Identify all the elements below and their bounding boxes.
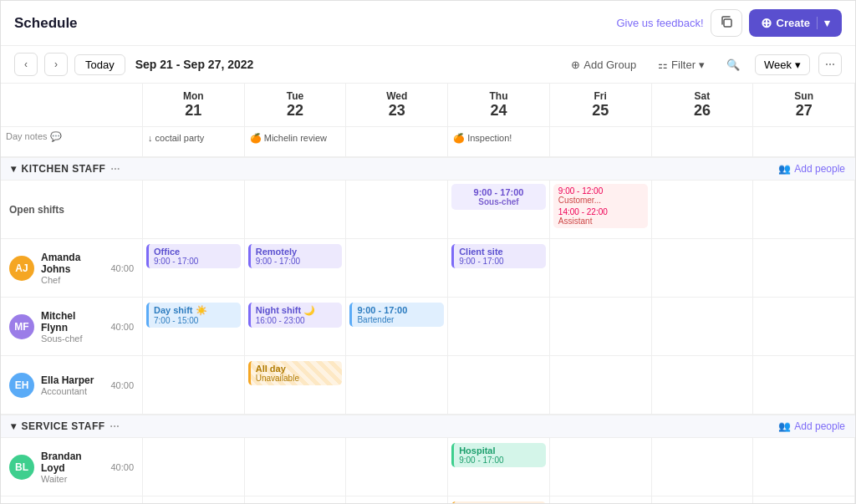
service-add-people[interactable]: 👥 Add people [778, 420, 845, 432]
person-mitchel-k: MF Mitchel Flynn Sous-chef 40:00 [1, 298, 143, 356]
brandan-shift-fri[interactable] [550, 438, 652, 496]
brandan-shift-mon[interactable] [143, 438, 245, 496]
kitchen-collapse-icon[interactable]: ▾ [11, 163, 17, 175]
person-ella-name: Ella Harper [41, 374, 104, 386]
amanda-shift-thu[interactable]: Client site 9:00 - 17:00 [448, 239, 550, 298]
mitchel-k-shift-mon[interactable]: Day shift ☀️ 7:00 - 15:00 [143, 298, 245, 356]
create-arrow[interactable]: ▾ [817, 17, 830, 29]
kitchen-staff-section: ▾ KITCHEN STAFF ··· 👥 Add people [1, 157, 855, 181]
header-sat-name: Sat [657, 90, 748, 102]
toolbar: ‹ › Today Sep 21 - Sep 27, 2022 ⊕ Add Gr… [1, 46, 855, 84]
day-note-thu[interactable]: 🍊 Inspection! [448, 127, 550, 157]
service-collapse-icon[interactable]: ▾ [11, 420, 17, 432]
service-add-people-icon: 👥 [778, 420, 791, 432]
service-staff-label: SERVICE STAFF [22, 420, 105, 432]
day-note-tue[interactable]: 🍊 Michelin review [245, 127, 347, 157]
header-thu-name: Thu [453, 90, 544, 102]
brandan-shift-thu[interactable]: Hospital 9:00 - 17:00 [448, 438, 550, 496]
amanda-shift-wed[interactable] [346, 239, 448, 298]
amanda-shift-sat[interactable] [652, 239, 754, 298]
filter-button[interactable]: ⚏ Filter ▾ [651, 55, 711, 74]
mitchel-k-shift-tue[interactable]: Night shift 🌙 16:00 - 23:00 [245, 298, 347, 356]
kitchen-add-people[interactable]: 👥 Add people [778, 163, 845, 175]
brandan-shift-wed[interactable] [346, 438, 448, 496]
person-brandan-details: Brandan Loyd Waiter [41, 451, 104, 484]
top-bar-left: Schedule [14, 15, 78, 32]
brandan-shift-sat[interactable] [652, 438, 754, 496]
mitchel-k-wed-shift[interactable]: 9:00 - 17:00 Bartender [349, 303, 444, 327]
brandan-hospital-shift[interactable]: Hospital 9:00 - 17:00 [451, 443, 546, 467]
andy-shift-thu[interactable]: Day shift 9:00 - 17:00 [448, 496, 550, 503]
ella-shift-wed[interactable] [346, 356, 448, 415]
more-options-button[interactable]: ⋯ [818, 53, 842, 76]
open-shifts-wed[interactable] [346, 181, 448, 239]
brandan-shift-sun[interactable] [753, 438, 855, 496]
open-shifts-mon[interactable] [143, 181, 245, 239]
mitchel-k-night-shift[interactable]: Night shift 🌙 16:00 - 23:00 [248, 303, 343, 328]
amanda-shift-fri[interactable] [550, 239, 652, 298]
andy-shift-sun[interactable] [753, 496, 855, 503]
feedback-link[interactable]: Give us feedback! [616, 17, 703, 29]
mitchel-k-shift-sun[interactable] [753, 298, 855, 356]
andy-shift-sat[interactable] [652, 496, 754, 503]
ella-unavailable-shift[interactable]: All day Unavailable [248, 361, 343, 385]
amanda-shift-tue[interactable]: Remotely 9:00 - 17:00 [245, 239, 347, 298]
add-group-label: Add Group [583, 59, 636, 71]
open-shifts-thu[interactable]: 9:00 - 17:00 Sous-chef [448, 181, 550, 239]
mitchel-k-shift-thu[interactable] [448, 298, 550, 356]
person-brandan-role: Waiter [41, 474, 104, 484]
open-shift-thu-block[interactable]: 9:00 - 17:00 Sous-chef [451, 184, 546, 210]
header-tue-num: 22 [250, 102, 341, 120]
mitchel-k-shift-wed[interactable]: 9:00 - 17:00 Bartender [346, 298, 448, 356]
ella-shift-mon[interactable] [143, 356, 245, 415]
prev-button[interactable]: ‹ [14, 53, 38, 76]
ella-shift-tue[interactable]: All day Unavailable [245, 356, 347, 415]
today-button[interactable]: Today [74, 54, 125, 75]
brandan-shift-tue[interactable] [245, 438, 347, 496]
amanda-remotely-shift[interactable]: Remotely 9:00 - 17:00 [248, 244, 343, 268]
amanda-office-shift[interactable]: Office 9:00 - 17:00 [146, 244, 241, 268]
open-shifts-sat[interactable] [652, 181, 754, 239]
open-shifts-sun[interactable] [753, 181, 855, 239]
add-people-icon: 👥 [778, 163, 791, 175]
header-fri: Fri 25 [550, 84, 652, 127]
kitchen-staff-menu[interactable]: ··· [110, 163, 120, 175]
avatar-mitchel-k: MF [9, 314, 34, 339]
amanda-shift-sun[interactable] [753, 239, 855, 298]
add-group-button[interactable]: ⊕ Add Group [564, 55, 643, 74]
next-button[interactable]: › [44, 53, 68, 76]
app-title: Schedule [14, 15, 78, 32]
day-note-fri[interactable] [550, 127, 652, 157]
copy-button[interactable] [711, 9, 742, 37]
mitchel-k-day-shift[interactable]: Day shift ☀️ 7:00 - 15:00 [146, 303, 241, 328]
amanda-client-time: 9:00 - 17:00 [459, 257, 541, 266]
day-notes-label-cell: Day notes 💬 [1, 127, 143, 157]
andy-shift-fri[interactable] [550, 496, 652, 503]
svg-rect-0 [724, 19, 731, 27]
andy-shift-wed[interactable] [346, 496, 448, 503]
open-shifts-fri[interactable]: 9:00 - 12:00 Customer... 14:00 - 22:00 A… [550, 181, 652, 239]
ella-shift-thu[interactable] [448, 356, 550, 415]
day-note-wed[interactable] [346, 127, 448, 157]
ella-shift-fri[interactable] [550, 356, 652, 415]
andy-day-shift[interactable]: Day shift 9:00 - 17:00 [451, 501, 546, 503]
mitchel-k-shift-sat[interactable] [652, 298, 754, 356]
open-shift-fri-block[interactable]: 9:00 - 12:00 Customer... 14:00 - 22:00 A… [553, 184, 648, 228]
search-button[interactable]: 🔍 [720, 55, 746, 74]
week-button[interactable]: Week ▾ [755, 54, 810, 75]
amanda-shift-mon[interactable]: Office 9:00 - 17:00 [143, 239, 245, 298]
day-notes-label: Day notes 💬 [6, 131, 137, 142]
day-note-mon[interactable]: ↓ coctail party [143, 127, 245, 157]
mitchel-k-shift-fri[interactable] [550, 298, 652, 356]
header-mon-num: 21 [148, 102, 239, 120]
amanda-client-shift[interactable]: Client site 9:00 - 17:00 [451, 244, 546, 268]
open-shifts-tue[interactable] [245, 181, 347, 239]
service-staff-menu[interactable]: ··· [110, 420, 120, 432]
day-note-sun[interactable] [753, 127, 855, 157]
create-button[interactable]: ⊕ Create ▾ [749, 9, 842, 37]
andy-shift-mon[interactable] [143, 496, 245, 503]
ella-shift-sun[interactable] [753, 356, 855, 415]
day-note-sat[interactable] [652, 127, 754, 157]
ella-shift-sat[interactable] [652, 356, 754, 415]
andy-shift-tue[interactable] [245, 496, 347, 503]
